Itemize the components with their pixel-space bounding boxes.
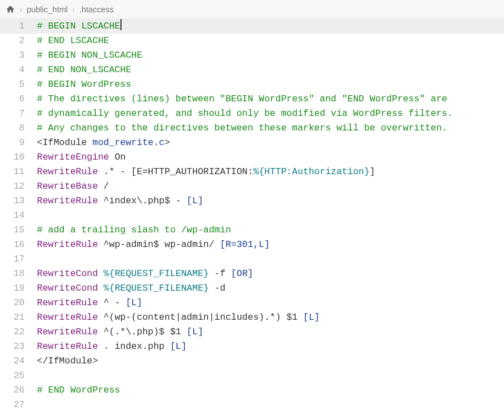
line-number: 6 bbox=[0, 92, 32, 106]
code-content[interactable]: RewriteRule .* - [E=HTTP_AUTHORIZATION:%… bbox=[32, 165, 504, 179]
code-content[interactable]: <IfModule mod_rewrite.c> bbox=[32, 136, 504, 150]
code-line[interactable]: 26# END WordPress bbox=[0, 383, 504, 398]
line-number: 21 bbox=[0, 310, 32, 325]
line-number: 7 bbox=[0, 106, 32, 121]
line-number: 11 bbox=[0, 165, 32, 179]
line-number: 17 bbox=[0, 252, 32, 267]
code-line[interactable]: 18RewriteCond %{REQUEST_FILENAME} -f [OR… bbox=[0, 267, 504, 281]
code-content[interactable]: RewriteBase / bbox=[32, 179, 504, 194]
code-line[interactable]: 5# BEGIN WordPress bbox=[0, 77, 504, 92]
line-number: 26 bbox=[0, 383, 32, 398]
code-content[interactable]: # add a trailing slash to /wp-admin bbox=[32, 223, 504, 237]
code-line[interactable]: 10RewriteEngine On bbox=[0, 150, 504, 165]
code-line[interactable]: 25 bbox=[0, 368, 504, 383]
code-content[interactable]: # BEGIN NON_LSCACHE bbox=[32, 48, 504, 63]
line-number: 1 bbox=[0, 19, 32, 34]
code-line[interactable]: 6# The directives (lines) between "BEGIN… bbox=[0, 92, 504, 106]
code-line[interactable]: 19RewriteCond %{REQUEST_FILENAME} -d bbox=[0, 281, 504, 296]
code-content[interactable]: RewriteRule ^(wp-(content|admin|includes… bbox=[32, 310, 504, 325]
code-content[interactable] bbox=[32, 398, 504, 412]
code-content[interactable]: RewriteRule ^index\.php$ - [L] bbox=[32, 194, 504, 208]
code-content[interactable]: # BEGIN WordPress bbox=[32, 77, 504, 92]
code-line[interactable]: 3# BEGIN NON_LSCACHE bbox=[0, 48, 504, 63]
code-content[interactable]: RewriteRule . index.php [L] bbox=[32, 339, 504, 354]
code-content[interactable] bbox=[32, 368, 504, 383]
code-line[interactable]: 13RewriteRule ^index\.php$ - [L] bbox=[0, 194, 504, 208]
code-content[interactable]: </IfModule> bbox=[32, 354, 504, 368]
line-number: 3 bbox=[0, 48, 32, 63]
chevron-right-icon: › bbox=[20, 5, 22, 14]
home-icon[interactable] bbox=[6, 4, 15, 14]
code-line[interactable]: 23RewriteRule . index.php [L] bbox=[0, 339, 504, 354]
code-content[interactable] bbox=[32, 208, 504, 223]
code-content[interactable]: RewriteRule ^ - [L] bbox=[32, 296, 504, 310]
code-content[interactable]: # Any changes to the directives between … bbox=[32, 121, 504, 136]
code-line[interactable]: 27 bbox=[0, 398, 504, 412]
code-editor[interactable]: 1# BEGIN LSCACHE2# END LSCACHE3# BEGIN N… bbox=[0, 19, 504, 412]
breadcrumb-item[interactable]: public_html bbox=[27, 5, 68, 14]
code-content[interactable]: RewriteCond %{REQUEST_FILENAME} -d bbox=[32, 281, 504, 296]
line-number: 15 bbox=[0, 223, 32, 237]
code-line[interactable]: 1# BEGIN LSCACHE bbox=[0, 19, 504, 34]
breadcrumb-item[interactable]: .htaccess bbox=[80, 5, 114, 14]
chevron-right-icon: › bbox=[72, 5, 75, 14]
code-line[interactable]: 14 bbox=[0, 208, 504, 223]
code-content[interactable]: # BEGIN LSCACHE bbox=[32, 19, 504, 34]
line-number: 12 bbox=[0, 179, 32, 194]
line-number: 19 bbox=[0, 281, 32, 296]
line-number: 4 bbox=[0, 63, 32, 77]
code-line[interactable]: 11RewriteRule .* - [E=HTTP_AUTHORIZATION… bbox=[0, 165, 504, 179]
code-line[interactable]: 20RewriteRule ^ - [L] bbox=[0, 296, 504, 310]
line-number: 9 bbox=[0, 136, 32, 150]
code-line[interactable]: 2# END LSCACHE bbox=[0, 34, 504, 48]
code-content[interactable]: RewriteRule ^(.*\.php)$ $1 [L] bbox=[32, 325, 504, 339]
code-content[interactable]: # The directives (lines) between "BEGIN … bbox=[32, 92, 504, 106]
code-content[interactable]: RewriteEngine On bbox=[32, 150, 504, 165]
code-line[interactable]: 12RewriteBase / bbox=[0, 179, 504, 194]
code-content[interactable] bbox=[32, 252, 504, 267]
line-number: 2 bbox=[0, 34, 32, 48]
line-number: 16 bbox=[0, 237, 32, 252]
breadcrumb: › public_html › .htaccess bbox=[0, 0, 504, 19]
line-number: 18 bbox=[0, 267, 32, 281]
line-number: 22 bbox=[0, 325, 32, 339]
code-line[interactable]: 8# Any changes to the directives between… bbox=[0, 121, 504, 136]
code-line[interactable]: 9<IfModule mod_rewrite.c> bbox=[0, 136, 504, 150]
line-number: 20 bbox=[0, 296, 32, 310]
code-line[interactable]: 21RewriteRule ^(wp-(content|admin|includ… bbox=[0, 310, 504, 325]
code-line[interactable]: 7# dynamically generated, and should onl… bbox=[0, 106, 504, 121]
code-line[interactable]: 24</IfModule> bbox=[0, 354, 504, 368]
code-line[interactable]: 22RewriteRule ^(.*\.php)$ $1 [L] bbox=[0, 325, 504, 339]
code-line[interactable]: 4# END NON_LSCACHE bbox=[0, 63, 504, 77]
line-number: 13 bbox=[0, 194, 32, 208]
code-content[interactable]: RewriteRule ^wp-admin$ wp-admin/ [R=301,… bbox=[32, 237, 504, 252]
line-number: 25 bbox=[0, 368, 32, 383]
line-number: 5 bbox=[0, 77, 32, 92]
text-cursor bbox=[120, 19, 122, 30]
line-number: 10 bbox=[0, 150, 32, 165]
code-content[interactable]: # END NON_LSCACHE bbox=[32, 63, 504, 77]
code-content[interactable]: # END WordPress bbox=[32, 383, 504, 398]
code-line[interactable]: 15# add a trailing slash to /wp-admin bbox=[0, 223, 504, 237]
line-number: 14 bbox=[0, 208, 32, 223]
line-number: 8 bbox=[0, 121, 32, 136]
code-line[interactable]: 17 bbox=[0, 252, 504, 267]
code-content[interactable]: # dynamically generated, and should only… bbox=[32, 106, 504, 121]
code-line[interactable]: 16RewriteRule ^wp-admin$ wp-admin/ [R=30… bbox=[0, 237, 504, 252]
line-number: 27 bbox=[0, 398, 32, 412]
code-content[interactable]: # END LSCACHE bbox=[32, 34, 504, 48]
line-number: 23 bbox=[0, 339, 32, 354]
line-number: 24 bbox=[0, 354, 32, 368]
code-content[interactable]: RewriteCond %{REQUEST_FILENAME} -f [OR] bbox=[32, 267, 504, 281]
